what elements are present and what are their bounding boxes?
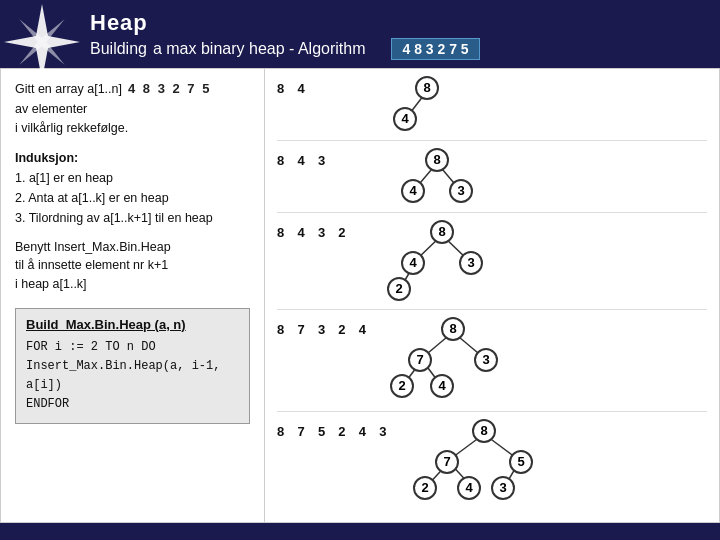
- svg-text:2: 2: [421, 480, 428, 495]
- induction-section: Induksjon: 1. a[1] er en heap 2. Anta at…: [15, 148, 250, 228]
- heap-row-4: 8 7 3 2 4 8 7 3 2 4: [277, 318, 707, 403]
- svg-text:3: 3: [467, 255, 474, 270]
- heap-row-1: 8 4 8 4: [277, 77, 707, 132]
- svg-text:5: 5: [517, 454, 524, 469]
- heap-row-3: 8 4 3 2 8 4 3 2: [277, 221, 707, 301]
- svg-text:8: 8: [438, 224, 445, 239]
- svg-text:4: 4: [465, 480, 473, 495]
- left-panel: Gitt en array a[1..n] 4 8 3 2 7 5 av ele…: [0, 68, 265, 523]
- main-content: Gitt en array a[1..n] 4 8 3 2 7 5 av ele…: [0, 68, 720, 523]
- for-line: FOR i := 2 TO n DO: [26, 338, 239, 357]
- subtitle-building: Building: [90, 40, 147, 58]
- benytt-2: til å innsette element nr k+1: [15, 256, 250, 275]
- svg-text:2: 2: [395, 281, 402, 296]
- divider-4: [277, 411, 707, 412]
- right-panel: 8 4 8 4 8 4 3 8 4 3: [265, 68, 720, 523]
- induction-2: 2. Anta at a[1..k] er en heap: [15, 188, 250, 208]
- divider-2: [277, 212, 707, 213]
- induction-3: 3. Tilordning av a[1..k+1] til en heap: [15, 208, 250, 228]
- induction-title: Induksjon:: [15, 151, 78, 165]
- array-row-4: 8 7 3 2 4: [277, 318, 368, 337]
- benytt-1: Benytt Insert_Max.Bin.Heap: [15, 238, 250, 257]
- divider-1: [277, 140, 707, 141]
- array-row-5: 8 7 5 2 4 3: [277, 420, 389, 439]
- given-section: Gitt en array a[1..n] 4 8 3 2 7 5 av ele…: [15, 81, 250, 138]
- svg-text:3: 3: [499, 480, 506, 495]
- given-desc2: i vilkårlig rekkefølge.: [15, 119, 250, 138]
- heap-row-5: 8 7 5 2 4 3 8 7 5 2 4 3: [277, 420, 707, 508]
- svg-text:8: 8: [480, 423, 487, 438]
- build-title: Build_Max.Bin.Heap (a, n): [26, 317, 239, 332]
- induction-1: 1. a[1] er en heap: [15, 168, 250, 188]
- heap-row-2: 8 4 3 8 4 3: [277, 149, 707, 204]
- svg-text:4: 4: [409, 255, 417, 270]
- given-desc1: av elementer: [15, 100, 250, 119]
- tree-row-5: 8 7 5 2 4 3: [409, 420, 594, 508]
- tree-row-4: 8 7 3 2 4: [388, 318, 558, 403]
- svg-text:4: 4: [438, 378, 446, 393]
- build-box: Build_Max.Bin.Heap (a, n) FOR i := 2 TO …: [15, 308, 250, 424]
- svg-text:7: 7: [443, 454, 450, 469]
- svg-text:3: 3: [457, 183, 464, 198]
- svg-text:7: 7: [416, 352, 423, 367]
- header-subtitle: Building a max binary heap - Algorithm 4…: [90, 38, 480, 60]
- tree-row-2: 8 4 3: [387, 149, 507, 204]
- star-decoration: [0, 0, 85, 85]
- array-row-1: 8 4: [277, 77, 367, 96]
- array-badge: 4 8 3 2 7 5: [391, 38, 479, 60]
- endfor-line: ENDFOR: [26, 395, 239, 414]
- tree-row-3: 8 4 3 2: [387, 221, 542, 301]
- svg-text:3: 3: [482, 352, 489, 367]
- array-row-2: 8 4 3: [277, 149, 367, 168]
- divider-3: [277, 309, 707, 310]
- header: Heap Building a max binary heap - Algori…: [0, 0, 720, 68]
- benytt-section: Benytt Insert_Max.Bin.Heap til å innsett…: [15, 238, 250, 294]
- insert-line: Insert_Max.Bin.Heap(a, i-1, a[i]): [26, 357, 239, 395]
- tree-row-1: 8 4: [387, 77, 507, 132]
- svg-text:4: 4: [401, 111, 409, 126]
- array-row-3: 8 4 3 2: [277, 221, 367, 240]
- svg-text:8: 8: [423, 80, 430, 95]
- code-block: FOR i := 2 TO n DO Insert_Max.Bin.Heap(a…: [26, 338, 239, 415]
- svg-text:8: 8: [449, 321, 456, 336]
- svg-text:2: 2: [398, 378, 405, 393]
- svg-text:4: 4: [409, 183, 417, 198]
- given-array-values: 4 8 3 2 7 5: [128, 81, 211, 96]
- benytt-3: i heap a[1..k]: [15, 275, 250, 294]
- subtitle-rest: a max binary heap - Algorithm: [153, 40, 366, 58]
- page-title: Heap: [90, 10, 148, 36]
- svg-text:8: 8: [433, 152, 440, 167]
